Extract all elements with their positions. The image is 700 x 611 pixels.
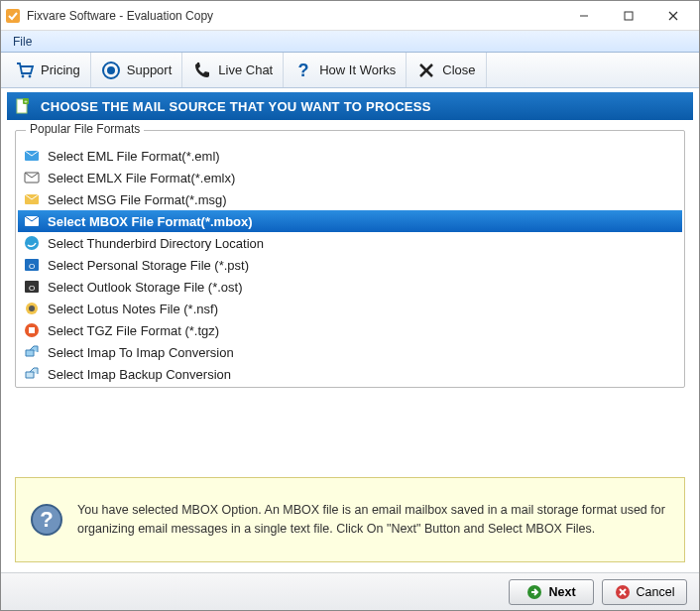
ost-icon: O	[24, 279, 40, 295]
menu-bar: File	[1, 31, 699, 53]
format-option[interactable]: Select EML File Format(*.eml)	[18, 145, 682, 167]
format-option[interactable]: Select EMLX File Format(*.emlx)	[18, 167, 682, 188]
menu-file[interactable]: File	[7, 33, 38, 51]
format-label: Select Lotus Notes File (*.nsf)	[48, 302, 218, 316]
toolbar-label: How It Works	[319, 62, 396, 77]
format-label: Select Imap Backup Conversion	[48, 367, 231, 382]
format-option[interactable]: OSelect Personal Storage File (*.pst)	[18, 254, 682, 276]
arrow-right-icon	[526, 584, 542, 600]
pricing-button[interactable]: Pricing	[5, 53, 91, 87]
document-icon: +	[15, 98, 31, 114]
svg-point-8	[107, 66, 115, 74]
app-icon	[5, 8, 21, 24]
format-label: Select Outlook Storage File (*.ost)	[48, 280, 243, 295]
emlx-icon	[24, 170, 40, 185]
tbird-icon	[24, 235, 40, 251]
format-label: Select Thunderbird Directory Location	[48, 236, 264, 251]
nsf-icon	[24, 301, 40, 316]
svg-text:?: ?	[298, 61, 309, 80]
window-title: Fixvare Software - Evaluation Copy	[27, 9, 561, 23]
close-x-icon	[416, 61, 436, 80]
imapbk-icon	[24, 366, 40, 382]
format-label: Select Personal Storage File (*.pst)	[48, 258, 249, 273]
question-icon: ?	[293, 61, 313, 80]
format-label: Select Imap To Imap Conversion	[48, 345, 234, 360]
toolbar-label: Support	[127, 62, 173, 77]
toolbar: Pricing Support Live Chat ? How It Works…	[1, 53, 699, 88]
toolbar-label: Live Chat	[218, 62, 273, 77]
svg-point-19	[25, 236, 39, 250]
svg-text:?: ?	[40, 507, 53, 532]
section-title: CHOOSE THE MAIL SOURCE THAT YOU WANT TO …	[41, 99, 431, 114]
minimize-button[interactable]	[561, 2, 606, 30]
info-panel: ? You have selected MBOX Option. An MBOX…	[15, 477, 685, 562]
format-option[interactable]: Select Imap Backup Conversion	[18, 363, 682, 385]
how-it-works-button[interactable]: ? How It Works	[284, 53, 407, 87]
group-legend: Popular File Formats	[26, 122, 144, 136]
svg-text:O: O	[29, 262, 35, 271]
svg-rect-2	[625, 12, 633, 20]
cancel-button[interactable]: Cancel	[602, 579, 687, 605]
close-button[interactable]: Close	[407, 53, 486, 87]
svg-rect-27	[29, 327, 35, 333]
footer: Next Cancel	[1, 572, 699, 610]
format-option[interactable]: Select MSG File Format(*.msg)	[18, 188, 682, 210]
svg-point-6	[29, 74, 32, 77]
phone-icon	[192, 61, 212, 80]
format-option[interactable]: Select MBOX File Format(*.mbox)	[18, 210, 682, 232]
popular-file-formats-group: Popular File Formats Select EML File For…	[15, 130, 685, 388]
format-label: Select MBOX File Format(*.mbox)	[48, 214, 253, 229]
msg-icon	[24, 191, 40, 207]
toolbar-label: Close	[442, 62, 475, 77]
format-option[interactable]: Select Lotus Notes File (*.nsf)	[18, 298, 682, 319]
close-window-button[interactable]	[650, 2, 695, 30]
support-button[interactable]: Support	[91, 53, 183, 87]
toolbar-label: Pricing	[41, 62, 80, 77]
live-chat-button[interactable]: Live Chat	[182, 53, 284, 87]
svg-point-25	[29, 306, 35, 311]
next-label: Next	[548, 585, 575, 599]
eml-icon	[24, 148, 40, 164]
format-label: Select MSG File Format(*.msg)	[48, 192, 227, 207]
pst-icon: O	[24, 257, 40, 273]
info-text: You have selected MBOX Option. An MBOX f…	[77, 501, 670, 539]
format-option[interactable]: Select TGZ File Format (*.tgz)	[18, 319, 682, 341]
svg-point-5	[22, 74, 25, 77]
section-header: + CHOOSE THE MAIL SOURCE THAT YOU WANT T…	[7, 92, 693, 120]
tgz-icon	[24, 322, 40, 338]
cancel-label: Cancel	[637, 585, 675, 599]
format-option[interactable]: Select Thunderbird Directory Location	[18, 232, 682, 254]
svg-text:+: +	[24, 98, 28, 104]
maximize-button[interactable]	[606, 2, 650, 30]
svg-text:O: O	[29, 284, 35, 293]
format-label: Select EML File Format(*.eml)	[48, 149, 220, 164]
next-button[interactable]: Next	[509, 579, 594, 605]
cart-icon	[15, 61, 35, 80]
title-bar: Fixvare Software - Evaluation Copy	[1, 1, 699, 31]
cancel-icon	[615, 584, 631, 600]
svg-rect-0	[6, 9, 20, 23]
format-label: Select TGZ File Format (*.tgz)	[48, 323, 219, 338]
mbox-icon	[24, 213, 40, 229]
format-label: Select EMLX File Format(*.emlx)	[48, 171, 235, 185]
format-option[interactable]: OSelect Outlook Storage File (*.ost)	[18, 276, 682, 298]
headset-icon	[101, 61, 121, 80]
info-question-icon: ?	[30, 503, 63, 537]
format-option[interactable]: Select Imap To Imap Conversion	[18, 341, 682, 363]
imap-icon	[24, 344, 40, 360]
